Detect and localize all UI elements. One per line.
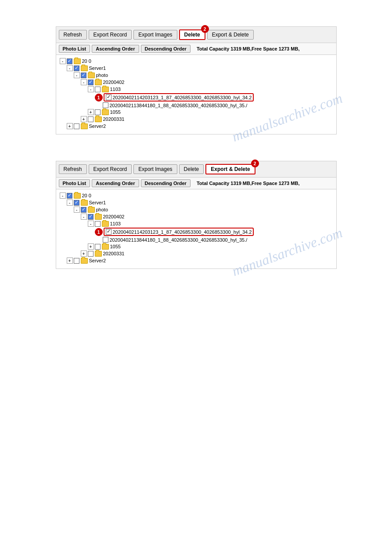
tree-file2-row-2: 20200402113844180_1_88_4026853300_402685… (60, 236, 333, 243)
tree-server1-2: - Server1 (60, 199, 333, 206)
tree-date-1: - 20200402 (60, 79, 333, 86)
expand-date-1[interactable]: - (81, 79, 87, 85)
file1-highlight-1: 20200402114203123_1_87_4026853300_402685… (104, 93, 254, 102)
folder-photo-2 (88, 207, 95, 213)
checkbox-file2-1[interactable] (103, 102, 108, 108)
panel2: Refresh Export Record Export Images Dele… (56, 161, 337, 269)
checkbox-server2-1[interactable] (74, 123, 79, 129)
folder-root-2 (74, 193, 81, 199)
expand-1103-2[interactable]: - (88, 221, 94, 227)
checkbox-server1-1[interactable] (74, 65, 79, 71)
expand-date-2[interactable]: - (81, 214, 87, 220)
folder-photo-1 (88, 73, 95, 78)
ascending-btn-1[interactable]: Ascending Order (92, 45, 139, 53)
descending-btn-1[interactable]: Descending Order (141, 45, 191, 53)
folder1055-label-2: 1055 (110, 244, 121, 249)
folder-date-2 (95, 214, 102, 220)
expand-1103-1[interactable]: - (88, 86, 94, 92)
photo-label-2: photo (96, 207, 108, 212)
photo-label-1: photo (96, 73, 108, 78)
descending-btn-2[interactable]: Descending Order (141, 179, 191, 187)
file1-badge-2: 1 (95, 228, 103, 236)
export-delete-button-1[interactable]: Export & Delete (207, 30, 254, 40)
checkbox-root-1[interactable] (67, 58, 72, 64)
export-record-button-1[interactable]: Export Record (89, 30, 132, 40)
photo-list-btn-2[interactable]: Photo List (59, 179, 90, 187)
panel1-tree: - 20 0 - Server1 - phot (56, 55, 336, 134)
photo-list-btn-1[interactable]: Photo List (59, 45, 90, 53)
refresh-button-2[interactable]: Refresh (59, 164, 87, 174)
tree-1055-2: + 1055 (60, 243, 333, 250)
capacity-text-2: Total Capacity 1319 MB,Free Space 1273 M… (197, 181, 300, 186)
expand-root-1[interactable]: - (60, 58, 66, 64)
checkbox-file1-1[interactable] (106, 94, 111, 100)
folder-root-1 (74, 58, 81, 64)
expand-server2-2[interactable]: + (67, 258, 73, 264)
expand-1055-2[interactable]: + (88, 243, 94, 250)
ascending-btn-2[interactable]: Ascending Order (92, 179, 139, 187)
export-images-button-2[interactable]: Export Images (133, 164, 177, 174)
folder-server1-2 (81, 200, 88, 206)
page-wrapper: Refresh Export Record Export Images Dele… (0, 0, 392, 295)
folder-1103-1 (102, 87, 109, 92)
expand-20200331-1[interactable]: + (81, 116, 87, 122)
folder-1103-2 (102, 221, 109, 227)
tree-photo-2: - photo (60, 206, 333, 213)
server1-label-2: Server1 (89, 200, 106, 205)
folder-1055-2 (102, 244, 109, 250)
expand-1055-1[interactable]: + (88, 109, 94, 115)
folder20200331-label-2: 20200331 (103, 251, 125, 256)
refresh-button-1[interactable]: Refresh (59, 30, 87, 40)
root-label-1: 20 0 (82, 58, 91, 64)
panel2-subtoolbar: Photo List Ascending Order Descending Or… (56, 178, 336, 189)
export-record-button-2[interactable]: Export Record (89, 164, 132, 174)
export-delete-button-2[interactable]: Export & Delete (205, 164, 255, 174)
tree-20200331-1: + 20200331 (60, 116, 333, 123)
panel2-toolbar: Refresh Export Record Export Images Dele… (56, 161, 336, 178)
date-label-2: 20200402 (103, 214, 125, 219)
checkbox-20200331-1[interactable] (88, 116, 94, 122)
server2-label-2: Server2 (89, 258, 106, 263)
checkbox-1055-1[interactable] (95, 109, 101, 115)
folder-1055-1 (102, 109, 109, 115)
tree-file1-row-2: 1 20200402114203123_1_87_4026853300_4026… (60, 227, 333, 236)
delete-button-2[interactable]: Delete (179, 164, 204, 174)
checkbox-file2-2[interactable] (103, 237, 108, 243)
folder-20200331-2 (95, 251, 102, 257)
expand-photo-2[interactable]: - (74, 207, 80, 213)
file1-highlight-2: 20200402114203123_1_87_4026853300_402685… (104, 228, 254, 236)
capacity-text-1: Total Capacity 1319 MB,Free Space 1273 M… (197, 46, 300, 51)
checkbox-photo-1[interactable] (81, 73, 86, 78)
panel1-subtoolbar: Photo List Ascending Order Descending Or… (56, 43, 336, 55)
checkbox-1103-1[interactable] (95, 87, 101, 92)
folder-20200331-1 (95, 116, 102, 122)
panel1-wrapper: Refresh Export Record Export Images Dele… (56, 26, 337, 134)
checkbox-root-2[interactable] (67, 193, 72, 199)
panel1-toolbar: Refresh Export Record Export Images Dele… (56, 27, 336, 43)
tree-root-2: - 20 0 (60, 192, 333, 199)
export-images-button-1[interactable]: Export Images (133, 30, 177, 40)
folder1103-label-1: 1103 (110, 87, 121, 92)
expand-root-2[interactable]: - (60, 192, 66, 199)
checkbox-1055-2[interactable] (95, 244, 101, 250)
expand-server1-1[interactable]: - (67, 65, 73, 71)
checkbox-20200331-2[interactable] (88, 251, 94, 257)
checkbox-date-2[interactable] (88, 214, 94, 220)
tree-1055-1: + 1055 (60, 109, 333, 116)
expand-photo-1[interactable]: - (74, 72, 80, 78)
file2-label-1: 20200402113844180_1_88_4026853300_402685… (110, 103, 248, 108)
tree-file1-row-1: 1 20200402114203123_1_87_4026853300_4026… (60, 93, 333, 102)
tree-file2-row-1: 20200402113844180_1_88_4026853300_402685… (60, 102, 333, 109)
checkbox-server2-2[interactable] (74, 258, 79, 264)
folder20200331-label-1: 20200331 (103, 116, 125, 122)
expand-server2-1[interactable]: + (67, 123, 73, 129)
checkbox-1103-2[interactable] (95, 221, 101, 227)
expand-server1-2[interactable]: - (67, 200, 73, 206)
checkbox-date-1[interactable] (88, 80, 94, 85)
file1-badge-1: 1 (95, 94, 103, 102)
expand-20200331-2[interactable]: + (81, 250, 87, 257)
checkbox-server1-2[interactable] (74, 200, 79, 206)
tree-server1-1: - Server1 (60, 65, 333, 72)
checkbox-file1-2[interactable] (106, 229, 111, 235)
checkbox-photo-2[interactable] (81, 207, 86, 213)
